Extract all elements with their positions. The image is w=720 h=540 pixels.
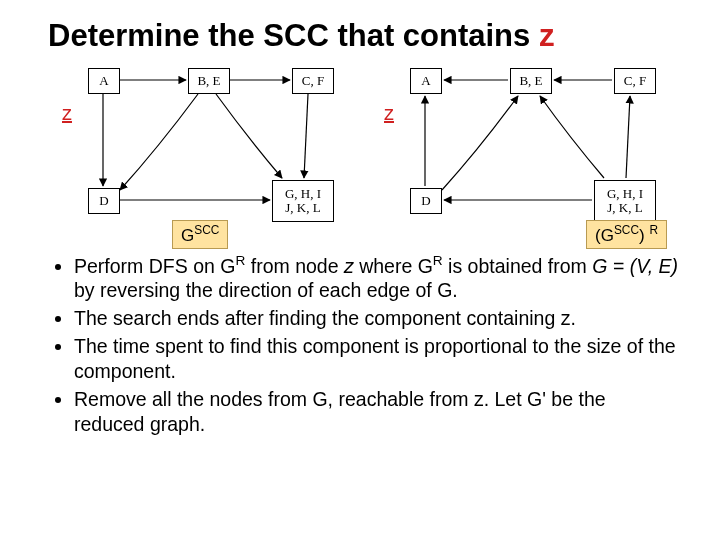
node-a: A — [88, 68, 120, 94]
node-d-r: D — [410, 188, 442, 214]
node-ghi: G, H, IJ, K, L — [272, 180, 334, 222]
node-be-r: B, E — [510, 68, 552, 94]
graph-gscc: A B, E C, F D G, H, IJ, K, L z GSCC — [48, 68, 348, 242]
z-marker-left: z — [62, 102, 72, 125]
graph-gscc-r: A B, E C, F D G, H, IJ, K, L z (GSCC) R — [370, 68, 670, 242]
bullet-2: The search ends after finding the compon… — [74, 306, 680, 331]
page-title: Determine the SCC that contains z — [48, 18, 680, 54]
title-text: Determine the SCC that contains — [48, 18, 539, 53]
graph-row: A B, E C, F D G, H, IJ, K, L z GSCC — [48, 68, 680, 242]
z-marker-right: z — [384, 102, 394, 125]
node-cf: C, F — [292, 68, 334, 94]
node-a-r: A — [410, 68, 442, 94]
node-ghi-r: G, H, IJ, K, L — [594, 180, 656, 222]
node-be: B, E — [188, 68, 230, 94]
bullet-list: Perform DFS on GR from node z where GR i… — [48, 252, 680, 437]
bullet-4: Remove all the nodes from G, reachable f… — [74, 387, 680, 437]
svg-line-8 — [626, 96, 630, 178]
caption-gscc-r: (GSCC) R — [586, 220, 667, 249]
caption-gscc: GSCC — [172, 220, 228, 249]
node-cf-r: C, F — [614, 68, 656, 94]
node-d: D — [88, 188, 120, 214]
bullet-1: Perform DFS on GR from node z where GR i… — [74, 252, 680, 303]
svg-line-3 — [304, 94, 308, 178]
title-z: z — [539, 18, 555, 53]
bullet-3: The time spent to find this component is… — [74, 334, 680, 384]
